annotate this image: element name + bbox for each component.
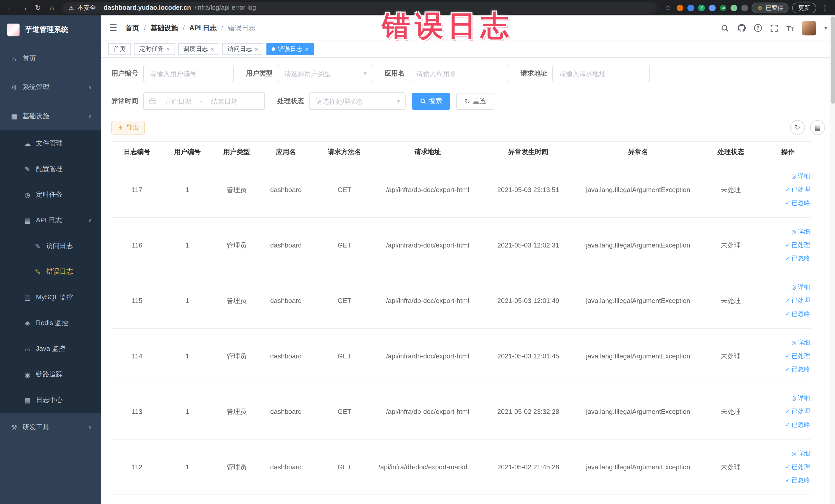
github-icon[interactable] bbox=[737, 24, 746, 32]
action-processed-link[interactable]: ✓已处理 bbox=[786, 294, 810, 307]
tab-job-log[interactable]: 调度日志× bbox=[178, 43, 219, 55]
table-body: 1171管理员dashboardGET/api/infra/db-doc/exp… bbox=[111, 162, 811, 495]
action-processed-link[interactable]: ✓已处理 bbox=[786, 239, 810, 251]
sidebar-item-redis[interactable]: ◈Redis 监控 bbox=[0, 310, 101, 336]
start-date-input[interactable] bbox=[159, 93, 197, 109]
export-button[interactable]: 导出 bbox=[111, 121, 145, 135]
sidebar-item-trace[interactable]: ◉链路追踪 bbox=[0, 362, 101, 387]
chevron-down-icon[interactable]: ▾ bbox=[824, 25, 827, 31]
sidebar-item-log-center[interactable]: ▤日志中心 bbox=[0, 387, 101, 413]
browser-home-button[interactable]: ⌂ bbox=[47, 4, 57, 12]
action-processed-link[interactable]: ✓已处理 bbox=[786, 405, 810, 418]
check-icon: ✓ bbox=[786, 197, 790, 209]
bookmark-star-icon[interactable]: ☆ bbox=[663, 4, 673, 12]
page-scrollbar[interactable] bbox=[830, 15, 835, 504]
reload-button[interactable]: ↻ bbox=[33, 4, 43, 12]
extension-icon-dark[interactable] bbox=[741, 4, 748, 11]
sidebar-item-file[interactable]: ☁文件管理 bbox=[0, 130, 101, 156]
tab-job[interactable]: 定时任务× bbox=[134, 43, 175, 55]
user-avatar[interactable] bbox=[802, 21, 816, 35]
extension-icon-on-badge[interactable]: on bbox=[720, 4, 727, 11]
action-detail-link[interactable]: ◎详细 bbox=[791, 281, 810, 294]
extension-icon-red-circle[interactable] bbox=[677, 4, 683, 11]
action-ignored-link[interactable]: ✓已忽略 bbox=[786, 308, 810, 320]
back-button[interactable]: ← bbox=[5, 4, 15, 12]
search-icon[interactable] bbox=[721, 24, 729, 32]
browser-menu-button[interactable]: ⋮ bbox=[820, 4, 830, 12]
process-status-input[interactable] bbox=[309, 93, 405, 109]
breadcrumb-item[interactable]: 首页 bbox=[125, 23, 139, 33]
extension-icon-leaf[interactable] bbox=[731, 4, 737, 11]
security-label: 不安全 bbox=[78, 3, 96, 12]
search-button[interactable]: 搜索 bbox=[412, 93, 450, 109]
action-ignored-link[interactable]: ✓已忽略 bbox=[786, 363, 810, 376]
app-name-input[interactable] bbox=[410, 65, 508, 82]
user-type-select[interactable]: ▾ bbox=[278, 65, 372, 82]
help-icon[interactable]: ? bbox=[754, 24, 762, 32]
process-status-select[interactable]: ▾ bbox=[309, 93, 406, 110]
paused-badge[interactable]: ☺ 已暂停 bbox=[752, 2, 789, 13]
sidebar-item-access-log[interactable]: ✎访问日志 bbox=[0, 233, 101, 259]
date-range-picker[interactable]: - bbox=[143, 93, 265, 110]
user-id-input[interactable] bbox=[144, 65, 233, 82]
cell-method: GET bbox=[311, 328, 378, 384]
close-icon[interactable]: × bbox=[254, 45, 258, 53]
fullscreen-icon[interactable] bbox=[770, 24, 778, 32]
close-icon[interactable]: × bbox=[166, 45, 170, 53]
breadcrumb-item[interactable]: API 日志 bbox=[189, 23, 217, 33]
cell-app: dashboard bbox=[261, 218, 311, 273]
close-icon[interactable]: × bbox=[305, 45, 308, 53]
cell-time: 2021-05-03 23:13:51 bbox=[477, 162, 579, 218]
reset-button[interactable]: ↻ 重置 bbox=[456, 93, 494, 109]
sidebar-item-java[interactable]: ♨Java 监控 bbox=[0, 336, 101, 362]
address-bar[interactable]: ⚠ 不安全 dashboard.yudao.iocoder.cn/infra/l… bbox=[63, 2, 657, 14]
operations-stack: ◎详细✓已处理✓已忽略 bbox=[765, 392, 811, 431]
sidebar-item-infra[interactable]: ▦基础设施∧ bbox=[0, 102, 101, 130]
action-detail-link[interactable]: ◎详细 bbox=[791, 392, 810, 405]
tab-error-log[interactable]: 错误日志× bbox=[266, 43, 314, 55]
tab-access-log[interactable]: 访问日志× bbox=[222, 43, 263, 55]
sidebar-menu: ⌂首页⚙系统管理∨▦基础设施∧☁文件管理✎配置管理◷定时任务▤API 日志∧✎访… bbox=[0, 44, 101, 442]
breadcrumb-item[interactable]: 基础设施 bbox=[150, 23, 178, 33]
extension-icon-green-circle[interactable]: Y bbox=[698, 4, 705, 11]
sidebar-toggle-icon[interactable]: ☰ bbox=[109, 23, 117, 33]
action-ignored-link[interactable]: ✓已忽略 bbox=[786, 474, 810, 487]
sidebar-item-label: 配置管理 bbox=[36, 164, 63, 174]
extension-icon-blue-grid[interactable] bbox=[709, 4, 716, 11]
action-ignored-link[interactable]: ✓已忽略 bbox=[786, 252, 810, 265]
action-detail-link[interactable]: ◎详细 bbox=[791, 225, 810, 238]
action-ignored-link[interactable]: ✓已忽略 bbox=[786, 197, 810, 209]
breadcrumb-item-current: 错误日志 bbox=[228, 23, 256, 33]
action-label: 已忽略 bbox=[792, 474, 810, 487]
scrollbar-thumb[interactable] bbox=[831, 16, 835, 104]
sidebar-item-system[interactable]: ⚙系统管理∨ bbox=[0, 73, 101, 102]
refresh-table-button[interactable]: ↻ bbox=[790, 120, 805, 135]
action-processed-link[interactable]: ✓已处理 bbox=[786, 461, 810, 473]
action-ignored-link[interactable]: ✓已忽略 bbox=[786, 419, 810, 431]
request-url-input[interactable] bbox=[553, 65, 649, 82]
address-divider bbox=[100, 4, 100, 11]
sidebar-item-mysql[interactable]: ▥MySQL 监控 bbox=[0, 284, 101, 310]
action-processed-link[interactable]: ✓已处理 bbox=[786, 350, 810, 363]
action-detail-link[interactable]: ◎详细 bbox=[791, 336, 810, 349]
column-header: 处理状态 bbox=[697, 141, 765, 162]
action-detail-link[interactable]: ◎详细 bbox=[791, 170, 810, 183]
action-detail-link[interactable]: ◎详细 bbox=[791, 447, 810, 460]
update-button[interactable]: 更新 bbox=[792, 2, 816, 13]
close-icon[interactable]: × bbox=[210, 45, 214, 53]
sidebar-item-job[interactable]: ◷定时任务 bbox=[0, 182, 101, 207]
sidebar-item-error-log[interactable]: ✎错误日志 bbox=[0, 259, 101, 284]
tab-home[interactable]: 首页 bbox=[108, 43, 131, 55]
sidebar-item-dev-tools[interactable]: ⚒研发工具∨ bbox=[0, 413, 101, 442]
sidebar-item-config[interactable]: ✎配置管理 bbox=[0, 156, 101, 182]
column-settings-button[interactable]: ▦ bbox=[810, 120, 825, 135]
end-date-input[interactable] bbox=[205, 93, 243, 109]
extension-icon-blue-drop[interactable] bbox=[687, 4, 694, 11]
sidebar-item-home[interactable]: ⌂首页 bbox=[0, 44, 101, 73]
screen: ← → ↻ ⌂ ⚠ 不安全 dashboard.yudao.iocoder.cn… bbox=[0, 0, 835, 504]
action-processed-link[interactable]: ✓已处理 bbox=[786, 183, 810, 196]
user-type-input[interactable] bbox=[278, 65, 372, 82]
sidebar-item-api-log[interactable]: ▤API 日志∧ bbox=[0, 207, 101, 233]
font-size-icon[interactable]: TT bbox=[787, 24, 794, 32]
forward-button[interactable]: → bbox=[19, 4, 29, 12]
